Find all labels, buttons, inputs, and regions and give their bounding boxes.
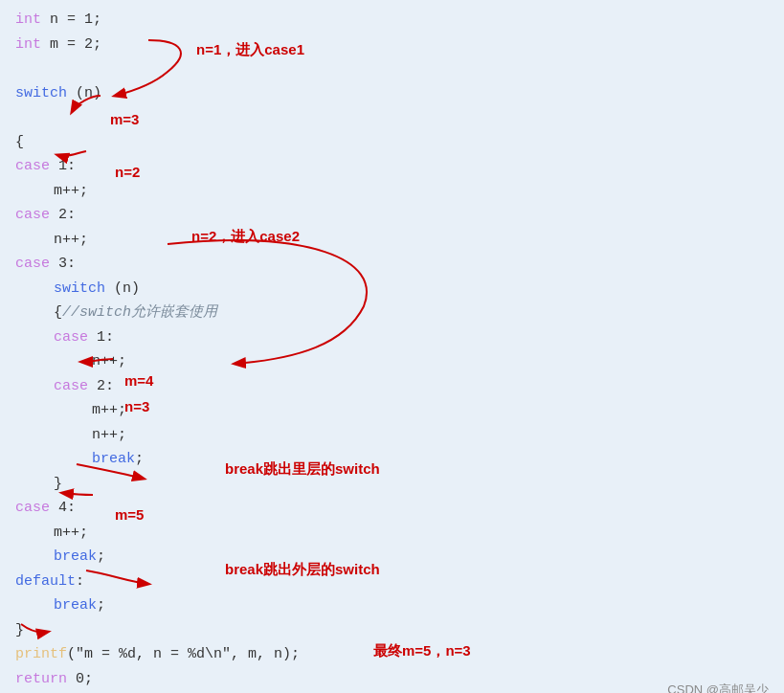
code-text: n = 1; <box>41 8 101 33</box>
fn-printf: printf <box>15 642 67 667</box>
code-text: n++; <box>54 228 88 253</box>
code-text: ; <box>97 545 105 570</box>
keyword-int-1: int <box>15 8 41 33</box>
code-text: (n) <box>105 277 140 302</box>
code-text: ("m = %d, n = %d\n", m, n); <box>67 642 300 667</box>
keyword-int-2: int <box>15 33 41 57</box>
code-line-6: m++; <box>15 179 769 204</box>
code-line-15: m++; <box>15 398 769 423</box>
code-text: m = 2; <box>41 33 101 57</box>
code-line-21: break; <box>15 545 769 570</box>
keyword-return: return <box>15 667 67 692</box>
code-line-16: n++; <box>15 423 769 448</box>
code-text: ; <box>135 447 144 472</box>
code-line-24: } <box>15 618 769 643</box>
code-text: { <box>15 130 24 155</box>
code-text: : <box>76 570 84 594</box>
code-line-7: case 2: <box>15 203 769 228</box>
code-text: n++; <box>92 423 126 448</box>
code-text: 1: <box>50 154 76 179</box>
keyword-break-outer: break <box>54 545 97 570</box>
code-line-5: case 1: <box>15 154 769 179</box>
code-line-20: m++; <box>15 521 769 546</box>
code-text: m++; <box>92 398 126 423</box>
code-line-4: { <box>15 130 769 155</box>
code-text: ; <box>97 593 105 618</box>
code-text: 3: <box>50 252 76 277</box>
keyword-break-inner: break <box>92 447 135 472</box>
keyword-default: default <box>15 570 76 594</box>
code-text: 1: <box>88 325 114 350</box>
keyword-switch-inner: switch <box>54 277 105 302</box>
code-line-23: break; <box>15 593 769 618</box>
code-text: m++; <box>54 179 88 204</box>
keyword-break-default: break <box>54 593 97 618</box>
keyword-case-3: case <box>15 252 50 277</box>
code-text: m++; <box>54 521 88 546</box>
code-line-11: {//switch允许嵌套使用 <box>15 301 769 325</box>
code-line-25: printf("m = %d, n = %d\n", m, n); <box>15 642 769 667</box>
code-line-26: return 0; <box>15 667 769 692</box>
code-line-17: break; <box>15 447 769 472</box>
code-line-8: n++; <box>15 228 769 253</box>
code-line-18: } <box>15 472 769 497</box>
code-line-2: int m = 2; <box>15 33 769 57</box>
comment-nested: //switch允许嵌套使用 <box>62 301 217 325</box>
code-text: (n) <box>67 81 101 106</box>
code-line-1: int n = 1; <box>15 8 769 33</box>
keyword-case-4: case <box>15 496 50 521</box>
code-block: int n = 1; int m = 2; switch (n) { case … <box>15 8 769 691</box>
code-text: 4: <box>50 496 76 521</box>
code-line-22: default: <box>15 570 769 594</box>
code-line-14: case 2: <box>15 374 769 399</box>
code-text: 2: <box>88 374 114 399</box>
code-line-3: switch (n) <box>15 56 769 130</box>
code-text: } <box>15 618 24 643</box>
code-text: } <box>54 472 62 497</box>
keyword-case-inner-2: case <box>54 374 88 399</box>
code-text: 2: <box>50 203 76 228</box>
code-line-9: case 3: <box>15 252 769 277</box>
keyword-switch-outer: switch <box>15 81 67 106</box>
code-line-19: case 4: <box>15 496 769 521</box>
keyword-case-2: case <box>15 203 50 228</box>
watermark: CSDN @高邮吴少 <box>667 682 769 693</box>
code-line-10: switch (n) <box>15 277 769 302</box>
code-line-13: n++; <box>15 349 769 374</box>
code-text: { <box>54 301 62 325</box>
code-text: n++; <box>92 349 126 374</box>
code-line-12: case 1: <box>15 325 769 350</box>
code-text: 0; <box>67 667 93 692</box>
keyword-case-inner-1: case <box>54 325 88 350</box>
keyword-case-1: case <box>15 154 50 179</box>
